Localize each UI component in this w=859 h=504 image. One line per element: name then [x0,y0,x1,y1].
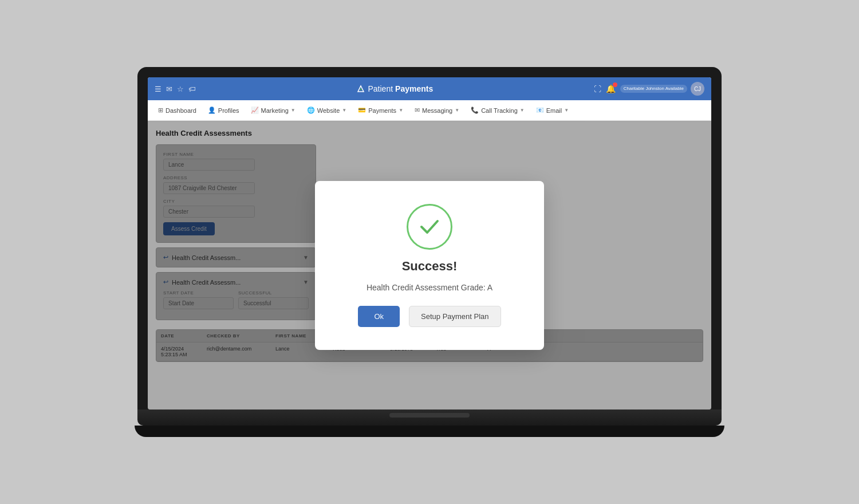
nav-label-profiles: Profiles [218,107,239,114]
logo-icon [356,84,365,93]
app-logo: PatientPayments [202,84,588,93]
nav-label-marketing: Marketing [261,107,289,114]
nav-item-messaging[interactable]: ✉ Messaging ▼ [410,104,464,116]
trackpad [389,413,470,418]
marketing-icon: 📈 [251,107,259,114]
nav-label-payments: Payments [368,107,396,114]
modal-buttons: Ok Setup Payment Plan [358,306,501,327]
svg-point-1 [360,89,362,90]
messaging-arrow: ▼ [455,108,459,113]
nav-item-payments[interactable]: 💳 Payments ▼ [353,104,408,116]
logo-patient: Patient [368,84,393,93]
mail-icon[interactable]: ✉ [166,85,172,93]
call-tracking-arrow: ▼ [520,108,525,113]
marketing-arrow: ▼ [291,108,295,113]
topbar-right: ⛶ 🔔 Charitable Johnston Available CJ [594,82,704,96]
website-icon: 🌐 [307,107,315,114]
notification-dot [613,82,617,87]
modal-title: Success! [402,259,458,274]
nav-item-profiles[interactable]: 👤 Profiles [203,104,244,116]
topbar-icons: ☰ ✉ ☆ 🏷 [155,85,196,93]
user-avatar[interactable]: CJ [691,82,704,96]
logo-payments: Payments [395,84,433,93]
nav-item-dashboard[interactable]: ⊞ Dashboard [153,104,201,116]
notification-bell[interactable]: 🔔 [606,84,616,93]
profiles-icon: 👤 [208,107,216,114]
website-arrow: ▼ [342,108,346,113]
nav-bar: ⊞ Dashboard 👤 Profiles 📈 Marketing ▼ 🌐 [148,100,711,121]
dashboard-icon: ⊞ [158,107,163,114]
tag-icon[interactable]: 🏷 [188,85,196,93]
expand-icon[interactable]: ⛶ [594,85,601,93]
nav-item-email[interactable]: 📧 Email ▼ [531,104,573,116]
messaging-icon: ✉ [415,107,420,114]
user-info: Charitable Johnston Available CJ [620,82,704,96]
ok-button[interactable]: Ok [358,306,400,327]
nav-label-messaging: Messaging [422,107,452,114]
payments-icon: 💳 [358,107,366,114]
nav-label-email: Email [546,107,562,114]
nav-label-website: Website [317,107,340,114]
nav-label-dashboard: Dashboard [166,107,196,114]
modal-overlay: Success! Health Credit Assessment Grade:… [148,121,711,410]
call-tracking-icon: 📞 [471,107,479,114]
charitable-badge: Charitable Johnston Available [620,85,687,93]
nav-item-call-tracking[interactable]: 📞 Call Tracking ▼ [466,104,529,116]
nav-item-website[interactable]: 🌐 Website ▼ [302,104,351,116]
nav-item-marketing[interactable]: 📈 Marketing ▼ [246,104,300,116]
main-content: Health Credit Assessments FIRST NAME [148,121,711,410]
email-arrow: ▼ [564,108,569,113]
nav-label-call-tracking: Call Tracking [481,107,518,114]
modal-subtitle: Health Credit Assessment Grade: A [367,283,492,292]
email-icon: 📧 [536,107,544,114]
success-circle [407,204,452,250]
menu-icon[interactable]: ☰ [155,85,161,93]
checkmark-icon [417,214,442,239]
laptop-chin [135,426,724,437]
success-modal: Success! Health Credit Assessment Grade:… [315,181,544,350]
setup-payment-plan-button[interactable]: Setup Payment Plan [409,306,501,327]
payments-arrow: ▼ [399,108,403,113]
star-icon[interactable]: ☆ [177,85,184,93]
